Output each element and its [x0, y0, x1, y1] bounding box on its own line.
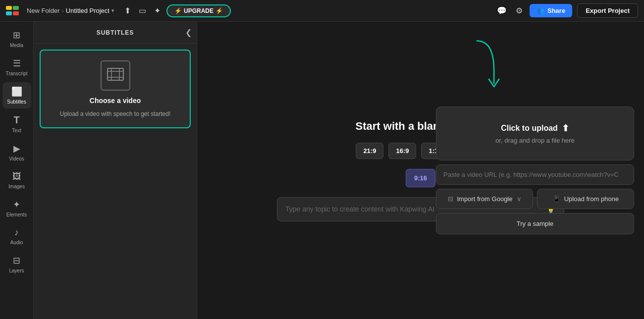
main-layout: ⊞ Media ☰ Transcript ⬜ Subtitles T Text … [0, 22, 644, 319]
ai-input-placeholder: Type any topic to create content with Ka… [285, 205, 434, 213]
share-people-icon: 👥 [537, 7, 544, 14]
topbar: New Folder › Untitled Project ▾ ⬆ ▭ ✦ ⚡ … [0, 0, 644, 22]
subtitles-panel: SUBTITLES ❮ Choose a video Upload a vide… [34, 22, 197, 319]
images-icon: 🖼 [12, 171, 21, 182]
project-name[interactable]: Untitled Project [66, 7, 109, 14]
sidebar-item-layers[interactable]: ⊟ Layers [2, 251, 31, 277]
videos-icon: ▶ [13, 143, 20, 154]
upload-drop-zone[interactable]: Click to upload ⬆ or, drag and drop a fi… [436, 106, 634, 160]
sidebar-item-label: Subtitles [7, 99, 26, 105]
lightning-icon: ⚡ [174, 7, 182, 14]
svg-rect-0 [107, 68, 123, 80]
choose-video-card[interactable]: Choose a video Upload a video with speec… [40, 50, 191, 128]
breadcrumb: New Folder › Untitled Project ▾ [27, 7, 114, 14]
audio-icon: ♪ [14, 227, 19, 238]
upload-panel: Click to upload ⬆ or, drag and drop a fi… [436, 106, 634, 234]
share-button[interactable]: 👥 Share [530, 4, 572, 17]
google-icon: ⊟ [448, 195, 453, 203]
media-icon: ⊞ [13, 30, 20, 41]
sidebar-item-label: Text [12, 128, 21, 133]
sidebar-item-images[interactable]: 🖼 Images [2, 167, 31, 193]
aspect-ratio-16-9[interactable]: 16:9 [388, 143, 416, 159]
icon-sidebar: ⊞ Media ☰ Transcript ⬜ Subtitles T Text … [0, 22, 34, 319]
film-icon [101, 60, 130, 91]
video-card-subtitle: Upload a video with speech to get starte… [60, 110, 170, 117]
upload-click-text: Click to upload ⬆ [501, 123, 569, 134]
sidebar-item-label: Audio [10, 240, 23, 245]
url-input[interactable] [436, 164, 634, 185]
subtitles-icon[interactable]: ▭ [137, 4, 148, 17]
share-upload-icon[interactable]: ⬆ [122, 4, 133, 17]
sidebar-item-transcript[interactable]: ☰ Transcript [2, 54, 31, 80]
chevron-icon: ∨ [517, 195, 522, 203]
upload-phone-button[interactable]: 📱 Upload from phone [537, 189, 634, 209]
teal-arrow-icon [466, 37, 505, 96]
phone-icon: 📱 [552, 195, 560, 203]
chevron-down-icon[interactable]: ▾ [111, 7, 114, 14]
sidebar-item-elements[interactable]: ✦ Elements [2, 195, 31, 221]
lightning-icon-right: ⚡ [215, 7, 223, 14]
sidebar-item-label: Transcript [5, 71, 27, 76]
upload-arrow-icon: ⬆ [562, 123, 569, 134]
import-google-button[interactable]: ⊟ Import from Google ∨ [436, 189, 533, 209]
sidebar-item-audio[interactable]: ♪ Audio [2, 223, 31, 249]
panel-content: Choose a video Upload a video with speec… [34, 44, 197, 319]
layers-icon: ⊟ [13, 255, 20, 266]
text-icon: T [13, 114, 19, 126]
app-logo [6, 6, 20, 16]
canvas-area: Start with a blank canvas 21:9 16:9 1:1 … [197, 22, 644, 319]
sidebar-item-text[interactable]: T Text [2, 110, 31, 137]
topbar-right: 💬 ⚙ 👥 Share Export Project [495, 3, 638, 18]
panel-header: SUBTITLES ❮ [34, 22, 197, 44]
magic-icon[interactable]: ✦ [152, 4, 162, 17]
sidebar-item-subtitles[interactable]: ⬜ Subtitles [2, 82, 31, 108]
comment-icon[interactable]: 💬 [495, 4, 509, 17]
topbar-actions: ⬆ ▭ ✦ [122, 4, 162, 17]
upload-drop-text: or, drag and drop a file here [495, 137, 575, 144]
sidebar-item-media[interactable]: ⊞ Media [2, 26, 31, 52]
upgrade-button[interactable]: ⚡ UPGRADE ⚡ [166, 4, 231, 17]
sidebar-item-label: Elements [6, 212, 27, 217]
aspect-ratio-9-16[interactable]: 9:16 [406, 169, 435, 187]
aspect-916-row: 9:16 [406, 169, 435, 187]
aspect-ratio-21-9[interactable]: 21:9 [356, 143, 383, 159]
sidebar-item-label: Media [10, 43, 23, 48]
elements-icon: ✦ [13, 199, 20, 210]
panel-collapse-button[interactable]: ❮ [185, 28, 192, 37]
arrow-container [466, 37, 505, 98]
folder-name[interactable]: New Folder [27, 7, 59, 14]
panel-title: SUBTITLES [97, 29, 134, 36]
export-button[interactable]: Export Project [577, 3, 638, 18]
video-card-title: Choose a video [90, 97, 141, 105]
sidebar-item-label: Images [8, 184, 25, 189]
import-row: ⊟ Import from Google ∨ 📱 Upload from pho… [436, 189, 634, 209]
sidebar-item-label: Layers [9, 268, 24, 273]
sidebar-item-videos[interactable]: ▶ Videos [2, 139, 31, 165]
subtitles-panel-icon: ⬜ [11, 86, 22, 97]
transcript-icon: ☰ [13, 58, 21, 69]
settings-icon[interactable]: ⚙ [514, 4, 525, 17]
breadcrumb-separator: › [61, 7, 63, 14]
try-sample-button[interactable]: Try a sample [436, 213, 634, 234]
sidebar-item-label: Videos [9, 156, 24, 161]
